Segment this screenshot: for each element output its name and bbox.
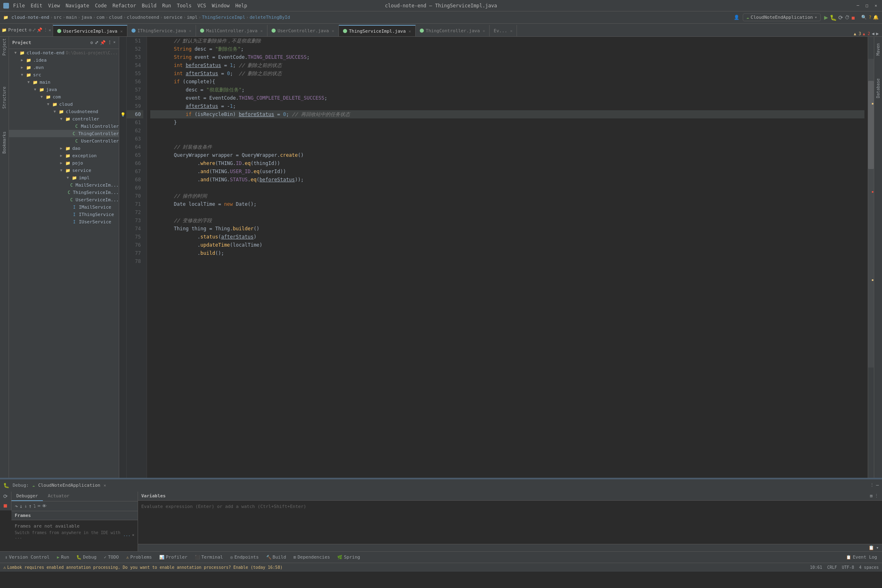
- tree-thingserviceim[interactable]: ▶ C ThingServiceIm...: [9, 189, 119, 196]
- gutter-60-bulb[interactable]: 💡: [119, 110, 126, 118]
- editor-scrollbar[interactable]: [868, 37, 874, 478]
- database-panel-tab[interactable]: Database: [875, 75, 881, 101]
- bottom-tab-problems[interactable]: ⚠ Problems: [123, 553, 155, 562]
- menu-tools[interactable]: Tools: [177, 3, 192, 9]
- tab-close-thingserviceimpl[interactable]: ✕: [409, 29, 411, 33]
- bottom-tab-spring[interactable]: 🌿 Spring: [334, 553, 363, 562]
- actuator-tab[interactable]: Actuator: [43, 492, 74, 501]
- menu-window[interactable]: Window: [212, 3, 229, 9]
- debug-config-label[interactable]: CloudNoteEndApplication: [38, 483, 100, 488]
- bottom-tab-debug[interactable]: 🐛 Debug: [73, 553, 100, 562]
- project-tab-label[interactable]: Project: [7, 27, 29, 33]
- tab-close-ithingservice[interactable]: ✕: [189, 29, 192, 33]
- bottom-tab-dependencies[interactable]: ⊞ Dependencies: [290, 553, 334, 562]
- tree-iuserservice[interactable]: ▶ I IUserService: [9, 218, 119, 225]
- debug-settings-icon[interactable]: ▾: [876, 545, 879, 550]
- bottom-tab-run[interactable]: ▶ Run: [53, 553, 72, 562]
- breadcrumb-cloud[interactable]: cloud: [109, 15, 122, 20]
- vars-more-icon[interactable]: ⋮: [874, 493, 879, 499]
- sidebar-close-icon[interactable]: ✕: [114, 40, 116, 45]
- tree-cloudnoteend[interactable]: ▼ 📁 cloudnoteend: [9, 108, 119, 115]
- debug-minimize-icon[interactable]: ─: [876, 483, 879, 488]
- bottom-tab-profiler[interactable]: 📊 Profiler: [156, 553, 191, 562]
- stop-button[interactable]: ◼: [851, 14, 855, 21]
- warnings-red[interactable]: ▲ 2: [863, 31, 870, 36]
- breadcrumb-java[interactable]: java: [81, 15, 92, 20]
- tree-usercontroller[interactable]: ▶ C UserController: [9, 137, 119, 145]
- status-line-ending[interactable]: CRLF: [827, 565, 837, 570]
- help-icon[interactable]: ?: [869, 15, 871, 20]
- tree-userserviceim[interactable]: ▶ C UserServiceIm...: [9, 196, 119, 203]
- warnings-yellow[interactable]: ▲ 3: [854, 31, 861, 36]
- breadcrumb-impl[interactable]: impl: [187, 15, 198, 20]
- breadcrumb-com[interactable]: com: [96, 15, 105, 20]
- bookmarks-icon[interactable]: Bookmarks: [2, 131, 7, 154]
- menu-view[interactable]: View: [48, 3, 60, 9]
- tab-close-thingcontroller[interactable]: ✕: [483, 29, 485, 33]
- close-button[interactable]: ✕: [873, 3, 879, 9]
- tab-close-mailcontroller[interactable]: ✕: [261, 29, 263, 33]
- bottom-tab-event-log[interactable]: 📋 Event Log: [843, 553, 880, 562]
- scroll-thumb[interactable]: [868, 81, 874, 169]
- tree-service[interactable]: ▼ 📁 service: [9, 167, 119, 174]
- debug-options-icon[interactable]: ⋮: [870, 483, 874, 488]
- status-warning[interactable]: ⚠ Lombok requires enabled annotation pro…: [3, 565, 283, 570]
- tree-mailcontroller[interactable]: ▶ C MailController: [9, 122, 119, 130]
- tab-close-usercontroller[interactable]: ✕: [332, 29, 334, 33]
- menu-edit[interactable]: Edit: [31, 3, 42, 9]
- sidebar-options[interactable]: ⚙: [29, 27, 31, 33]
- tree-exception[interactable]: ▶ 📁 exception: [9, 152, 119, 159]
- add-watch-icon[interactable]: 👁: [42, 503, 47, 509]
- tree-ithingservice[interactable]: ▶ I IThingService: [9, 211, 119, 218]
- tree-idea[interactable]: ▶ 📁 .idea: [9, 56, 119, 64]
- debug-config-close[interactable]: ✕: [104, 483, 106, 488]
- tree-impl[interactable]: ▼ 📁 impl: [9, 174, 119, 181]
- breadcrumb-main[interactable]: main: [66, 15, 77, 20]
- sidebar-settings-icon[interactable]: ⚙: [90, 40, 93, 45]
- tab-close-ev[interactable]: ✕: [510, 29, 512, 33]
- tree-main[interactable]: ▼ 📁 main: [9, 78, 119, 86]
- minimize-button[interactable]: ─: [855, 3, 861, 9]
- profile-button[interactable]: ⏱: [845, 15, 850, 20]
- tree-cloud[interactable]: ▼ 📁 cloud: [9, 100, 119, 108]
- bottom-tab-build[interactable]: 🔨 Build: [263, 553, 290, 562]
- tab-thingcontroller[interactable]: ThingController.java ✕: [416, 25, 490, 36]
- navigate-next[interactable]: ▶: [876, 31, 879, 36]
- menu-code[interactable]: Code: [95, 3, 107, 9]
- structure-icon[interactable]: Structure: [2, 87, 7, 109]
- tab-ev[interactable]: Ev... ✕: [490, 25, 517, 36]
- tree-src[interactable]: ▼ 📁 src: [9, 71, 119, 78]
- status-indent[interactable]: 4 spaces: [859, 565, 879, 570]
- frames-hint-more[interactable]: ...: [123, 532, 131, 537]
- sidebar-pin-icon[interactable]: 📌: [100, 40, 106, 45]
- breadcrumb-method[interactable]: deleteThingById: [249, 15, 290, 20]
- run-to-cursor-icon[interactable]: ⤵: [33, 503, 36, 509]
- breadcrumb-thingserviceimpl[interactable]: ThingServiceImpl: [202, 15, 245, 20]
- sidebar-expand[interactable]: ⤢: [32, 27, 36, 33]
- frames-hint-close[interactable]: ✕: [132, 533, 134, 537]
- sidebar-more-icon[interactable]: ⋮: [107, 40, 112, 45]
- tree-com[interactable]: ▼ 📁 com: [9, 93, 119, 100]
- code-content[interactable]: // 默认为正常删除操作，不是彻底删除 String desc = "删除任务"…: [147, 37, 868, 478]
- status-encoding[interactable]: UTF-8: [842, 565, 854, 570]
- menu-navigate[interactable]: Navigate: [66, 3, 89, 9]
- tab-usercontroller[interactable]: UserController.java ✕: [267, 25, 339, 36]
- step-over-icon[interactable]: ↷: [15, 503, 18, 509]
- project-activity-icon[interactable]: Project: [2, 38, 7, 56]
- debug-restart-icon[interactable]: ⟳: [3, 493, 8, 499]
- debugger-tab[interactable]: Debugger: [11, 492, 43, 501]
- menu-file[interactable]: File: [13, 3, 25, 9]
- tree-imailservice[interactable]: ▶ I IMailService: [9, 203, 119, 211]
- tab-thingserviceimpl[interactable]: ThingServiceImpl.java ✕: [339, 25, 416, 36]
- run-config-dropdown[interactable]: ☁ CloudNoteEndApplication ▾: [743, 13, 821, 21]
- sidebar-menu[interactable]: ⋮: [43, 27, 48, 33]
- navigate-prev[interactable]: ◀: [872, 31, 875, 36]
- bottom-tab-todo[interactable]: ✓ TODO: [100, 553, 122, 562]
- tree-pojo[interactable]: ▶ 📁 pojo: [9, 159, 119, 167]
- bottom-tab-terminal[interactable]: ⬛ Terminal: [192, 553, 226, 562]
- debug-copy-icon[interactable]: 📋: [869, 545, 874, 550]
- sidebar-close[interactable]: ✕: [49, 28, 51, 32]
- evaluate-expression-icon[interactable]: ⌨: [38, 503, 40, 509]
- vars-expand-icon[interactable]: ⊞: [870, 493, 873, 499]
- tab-ithingservice[interactable]: IThingService.java ✕: [127, 25, 196, 36]
